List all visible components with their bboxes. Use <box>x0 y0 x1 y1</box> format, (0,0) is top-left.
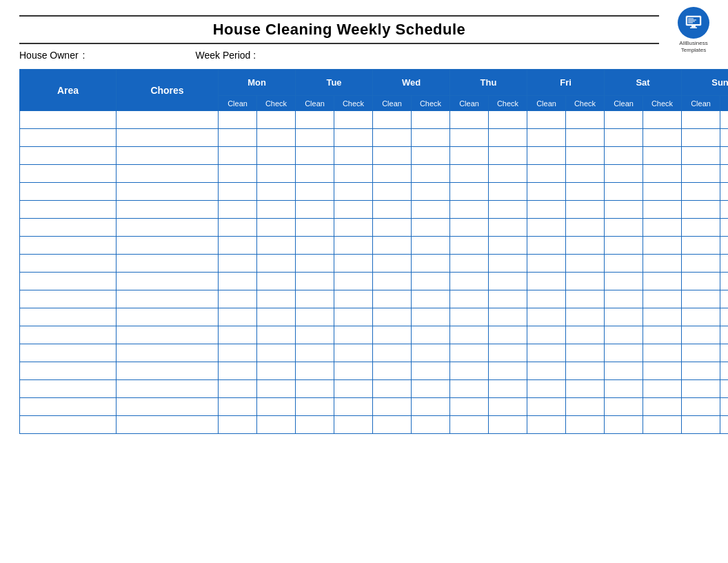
data-cell <box>219 308 257 326</box>
data-cell <box>412 219 450 237</box>
data-cell <box>720 255 728 273</box>
data-cell <box>720 398 728 416</box>
data-cell <box>682 237 720 255</box>
data-cell <box>643 129 682 147</box>
data-cell <box>373 129 412 147</box>
data-cell <box>450 326 489 344</box>
data-cell <box>334 344 373 362</box>
chores-cell <box>117 183 219 201</box>
data-cell <box>450 255 489 273</box>
data-cell <box>334 255 373 273</box>
data-cell <box>257 308 296 326</box>
data-cell <box>373 201 412 219</box>
area-cell <box>20 237 117 255</box>
data-cell <box>334 147 373 165</box>
data-cell <box>527 398 566 416</box>
data-cell <box>334 183 373 201</box>
data-cell <box>527 129 566 147</box>
sub-header-thu-clean: Clean <box>450 96 489 111</box>
data-cell <box>605 308 643 326</box>
data-cell <box>489 380 527 398</box>
data-cell <box>450 147 489 165</box>
data-cell <box>527 201 566 219</box>
day-header-thu: Thu <box>450 70 527 96</box>
schedule-table-wrap: AreaChoresMonTueWedThuFriSatSunCleanChec… <box>19 69 706 434</box>
data-cell <box>605 290 643 308</box>
svg-rect-6 <box>691 26 696 28</box>
data-cell <box>450 290 489 308</box>
data-cell <box>373 326 412 344</box>
data-cell <box>720 362 728 380</box>
meta-owner: House Owner : <box>19 50 85 61</box>
table-row <box>20 362 729 380</box>
data-cell <box>219 111 257 129</box>
data-cell <box>566 308 605 326</box>
data-cell <box>373 290 412 308</box>
data-cell <box>566 362 605 380</box>
data-cell <box>219 129 257 147</box>
data-cell <box>373 308 412 326</box>
data-cell <box>296 147 334 165</box>
data-cell <box>566 398 605 416</box>
data-cell <box>489 237 527 255</box>
data-cell <box>450 129 489 147</box>
data-cell <box>257 380 296 398</box>
data-cell <box>412 416 450 434</box>
data-cell <box>605 129 643 147</box>
table-row <box>20 201 729 219</box>
data-cell <box>682 219 720 237</box>
data-cell <box>296 398 334 416</box>
data-cell <box>412 273 450 290</box>
data-cell <box>489 201 527 219</box>
data-cell <box>334 219 373 237</box>
data-cell <box>720 344 728 362</box>
data-cell <box>566 416 605 434</box>
data-cell <box>219 362 257 380</box>
data-cell <box>527 290 566 308</box>
sub-header-fri-clean: Clean <box>527 96 566 111</box>
data-cell <box>720 219 728 237</box>
data-cell <box>605 165 643 183</box>
data-cell <box>412 326 450 344</box>
data-cell <box>412 129 450 147</box>
table-row <box>20 255 729 273</box>
week-label: Week Period : <box>195 50 256 61</box>
data-cell <box>605 344 643 362</box>
table-row <box>20 290 729 308</box>
data-cell <box>412 183 450 201</box>
title-underline <box>19 43 659 44</box>
data-cell <box>412 165 450 183</box>
data-cell <box>566 237 605 255</box>
data-cell <box>296 111 334 129</box>
table-row <box>20 129 729 147</box>
data-cell <box>566 111 605 129</box>
data-cell <box>450 111 489 129</box>
title-section: House Cleaning Weekly Schedule <box>19 15 659 44</box>
data-cell <box>219 183 257 201</box>
data-cell <box>566 255 605 273</box>
data-cell <box>296 201 334 219</box>
svg-rect-4 <box>688 21 695 22</box>
data-cell <box>412 380 450 398</box>
data-cell <box>643 237 682 255</box>
col-area-header: Area <box>20 70 117 111</box>
logo-icon <box>684 13 703 32</box>
data-cell <box>257 219 296 237</box>
data-cell <box>489 147 527 165</box>
data-cell <box>643 219 682 237</box>
data-cell <box>296 362 334 380</box>
data-cell <box>527 111 566 129</box>
table-row <box>20 416 729 434</box>
sub-header-mon-clean: Clean <box>219 96 257 111</box>
data-cell <box>257 362 296 380</box>
data-cell <box>373 398 412 416</box>
data-cell <box>605 362 643 380</box>
area-cell <box>20 201 117 219</box>
data-cell <box>219 273 257 290</box>
data-cell <box>682 344 720 362</box>
data-cell <box>412 255 450 273</box>
table-row <box>20 344 729 362</box>
data-cell <box>682 380 720 398</box>
data-cell <box>489 326 527 344</box>
data-cell <box>489 183 527 201</box>
